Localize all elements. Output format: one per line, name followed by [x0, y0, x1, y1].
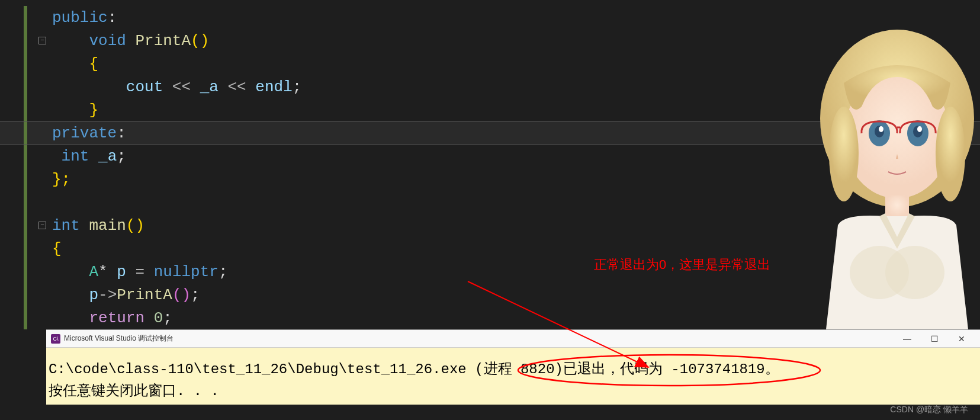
annotation-text: 正常退出为0，这里是异常退出	[594, 256, 770, 274]
function-name: PrintA	[135, 32, 191, 50]
code-line-empty[interactable]	[0, 191, 980, 214]
debug-console-window: C\ Microsoft Visual Studio 调试控制台 — ☐ ✕ C…	[46, 329, 980, 405]
keyword-private: private	[52, 124, 117, 142]
code-line[interactable]: return 0;	[0, 306, 980, 329]
identifier-a: _a	[200, 78, 219, 96]
code-line[interactable]: − int main()	[0, 214, 980, 237]
vs-icon: C\	[51, 334, 60, 344]
keyword-public: public	[52, 9, 108, 27]
keyword-int: int	[62, 148, 89, 165]
code-line[interactable]: }	[0, 98, 980, 121]
identifier-endl: endl	[255, 78, 292, 96]
code-line[interactable]: {	[0, 237, 980, 260]
close-button[interactable]: ✕	[948, 330, 975, 348]
fold-icon[interactable]: −	[38, 222, 46, 229]
code-line[interactable]: p->PrintA();	[0, 283, 980, 306]
function-call: PrintA	[117, 286, 172, 304]
console-line-1: C:\code\class-110\test_11_26\Debug\test_…	[49, 358, 978, 380]
brace: {	[52, 240, 62, 258]
minimize-button[interactable]: —	[894, 330, 921, 348]
code-line[interactable]: };	[0, 168, 980, 191]
code-line[interactable]: int _a;	[0, 145, 980, 168]
type-A: A	[89, 263, 98, 281]
code-line[interactable]: cout << _a << endl;	[0, 75, 980, 98]
keyword-nullptr: nullptr	[154, 263, 219, 281]
watermark: CSDN @暗恋 懒羊羊	[890, 405, 968, 415]
brace: }	[89, 101, 98, 119]
keyword-return: return	[89, 309, 144, 327]
code-line-highlighted[interactable]: private:	[0, 121, 980, 145]
code-line[interactable]: {	[0, 52, 980, 75]
fold-icon[interactable]: −	[38, 37, 46, 44]
code-line[interactable]: A* p = nullptr;	[0, 260, 980, 283]
console-output[interactable]: C:\code\class-110\test_11_26\Debug\test_…	[46, 348, 980, 405]
console-titlebar[interactable]: C\ Microsoft Visual Studio 调试控制台 — ☐ ✕	[46, 330, 980, 348]
identifier-cout: cout	[126, 78, 163, 96]
code-line[interactable]: − void PrintA()	[0, 29, 980, 52]
identifier-p: p	[89, 286, 98, 304]
function-main: main	[89, 217, 126, 235]
console-line-2: 按任意键关闭此窗口. . .	[49, 380, 978, 402]
maximize-button[interactable]: ☐	[921, 330, 948, 348]
brace-close: };	[52, 171, 70, 188]
console-title: Microsoft Visual Studio 调试控制台	[64, 334, 173, 344]
identifier-a: _a	[98, 148, 117, 165]
brace: {	[89, 55, 98, 73]
keyword-int: int	[52, 217, 80, 235]
code-editor[interactable]: public: − void PrintA() { cout << _a << …	[0, 0, 980, 329]
identifier-p: p	[117, 263, 126, 281]
code-line[interactable]: public:	[0, 6, 980, 29]
number-zero: 0	[154, 309, 163, 327]
keyword-void: void	[89, 32, 126, 50]
